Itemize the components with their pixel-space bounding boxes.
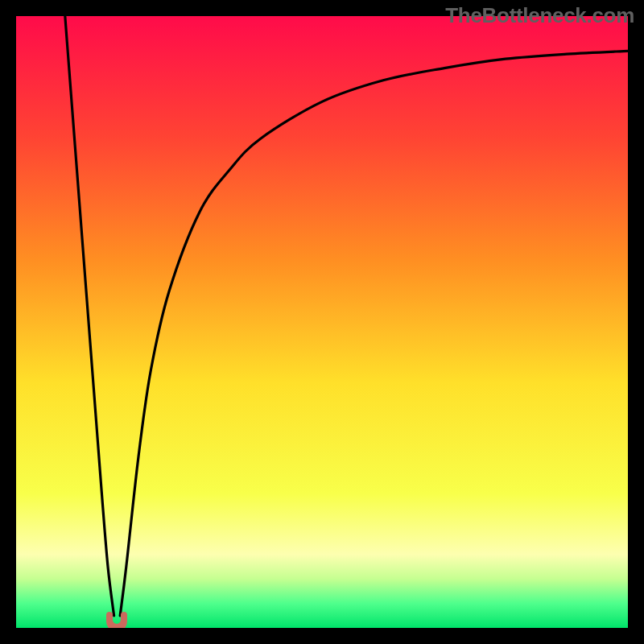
data-curves: [16, 16, 628, 628]
watermark-text: TheBottleneck.com: [445, 3, 634, 28]
optimal-point-marker: [106, 610, 127, 628]
plot-area: [16, 16, 628, 628]
right-curve-line: [120, 51, 628, 615]
chart-canvas: TheBottleneck.com: [0, 0, 644, 644]
left-ascending-line: [65, 16, 114, 616]
